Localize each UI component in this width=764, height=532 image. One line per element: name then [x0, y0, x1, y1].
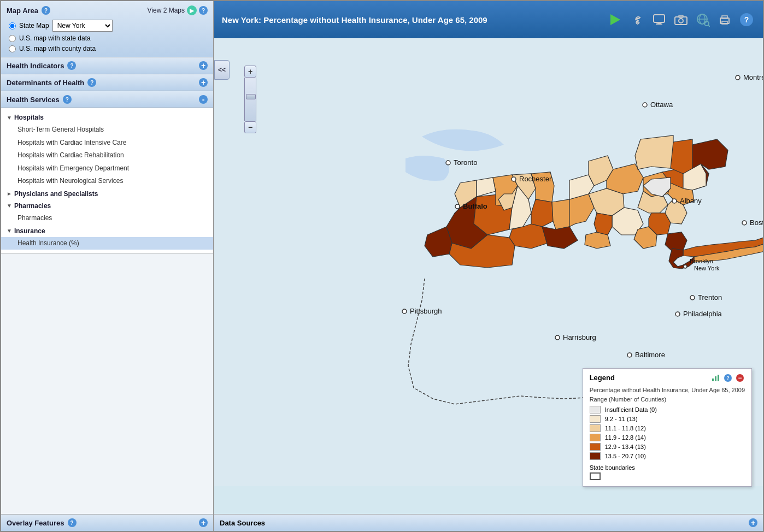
map-toolbar: New York: Percentage without Health Insu…: [214, 1, 763, 38]
legend-help-btn[interactable]: ?: [723, 373, 733, 383]
usmap-county-row: U.S. map with county data: [9, 45, 208, 52]
health-insurance-item[interactable]: Health Insurance (%): [1, 237, 213, 250]
legend-label-4: 12.9 - 13.4 (13): [605, 444, 646, 450]
overlay-features-expand[interactable]: +: [199, 518, 208, 527]
city-label-pittsburgh: Pittsburgh: [410, 307, 442, 315]
hospitals-parent[interactable]: ▼ Hospitals: [1, 111, 213, 123]
legend-label-3: 11.9 - 12.8 (14): [605, 434, 646, 441]
pharmacies-parent[interactable]: ▼ Pharmacies: [1, 200, 213, 212]
state-map-radio[interactable]: [9, 22, 16, 29]
city-label-rochester: Rochester: [519, 175, 552, 183]
usmap-state-radio[interactable]: [9, 35, 16, 42]
play-btn[interactable]: [607, 11, 624, 28]
map-canvas[interactable]: << + −: [214, 38, 763, 514]
link-btn[interactable]: [628, 11, 646, 28]
city-dot-montreal: [736, 75, 740, 80]
usmap-state-label: U.S. map with state data: [19, 34, 91, 42]
view-2-maps-question[interactable]: ?: [199, 6, 208, 15]
city-dot-rochester: [512, 177, 516, 181]
data-sources-expand[interactable]: +: [749, 518, 757, 527]
map-title: New York: Percentage without Health Insu…: [222, 14, 487, 26]
determinants-expand[interactable]: +: [199, 78, 208, 87]
physicians-parent[interactable]: ► Physicians and Specialists: [1, 188, 213, 200]
city-label-buffalo: Buffalo: [463, 202, 487, 210]
legend-color-4: [590, 443, 601, 451]
legend-color-insufficient: [590, 406, 601, 413]
chart-icon: [712, 374, 720, 382]
svg-rect-3: [656, 23, 662, 25]
cardiac-intensive-item[interactable]: Hospitals with Cardiac Intensive Care: [1, 137, 213, 150]
city-label-montreal: Montreal: [743, 73, 763, 81]
monitor-icon: [653, 14, 666, 26]
svg-rect-18: [718, 375, 719, 381]
svg-rect-16: [712, 379, 714, 381]
hospitals-arrow: ▼: [7, 115, 12, 121]
data-sources-label: Data Sources: [220, 519, 265, 527]
state-dropdown[interactable]: New York: [52, 20, 113, 32]
health-services-question[interactable]: ?: [63, 95, 72, 104]
health-services-collapse[interactable]: -: [199, 95, 208, 104]
city-dot-philadelphia: [675, 312, 680, 316]
search-globe-btn[interactable]: [694, 11, 712, 28]
cardiac-rehab-item[interactable]: Hospitals with Cardiac Rehabilitation: [1, 149, 213, 162]
legend-collapse-btn[interactable]: −: [735, 373, 745, 383]
city-label-harrisburg: Harrisburg: [563, 333, 596, 341]
health-indicators-section: Health Indicators ? +: [1, 57, 213, 74]
legend-range-title: Range (Number of Counties): [590, 396, 745, 403]
legend-label-2: 11.1 - 11.8 (12): [605, 425, 646, 431]
zoom-controls: + −: [244, 66, 256, 133]
help-btn[interactable]: ?: [738, 11, 755, 28]
svg-line-11: [708, 25, 710, 27]
city-dot-albany: [672, 199, 677, 203]
hospitals-group: ▼ Hospitals Short-Term General Hospitals…: [1, 111, 213, 188]
health-indicators-question[interactable]: ?: [67, 61, 76, 70]
map-area-section: Map Area ? View 2 Maps ▶ ? State Map New…: [1, 1, 213, 57]
view-2-maps-label: View 2 Maps: [148, 7, 185, 14]
neurological-label: Hospitals with Neurological Services: [17, 177, 123, 185]
determinants-title: Determinants of Health: [7, 79, 84, 87]
svg-rect-13: [722, 16, 727, 19]
emergency-dept-label: Hospitals with Emergency Department: [17, 164, 129, 172]
help-icon: ?: [740, 13, 753, 26]
overlay-features-question[interactable]: ?: [68, 518, 77, 527]
legend-label-5: 13.5 - 20.7 (10): [605, 453, 646, 459]
print-btn[interactable]: [716, 11, 733, 28]
map-footer: Data Sources +: [214, 514, 763, 531]
health-services-header: Health Services ? -: [1, 91, 213, 108]
pharmacies-child-label: Pharmacies: [17, 214, 52, 222]
health-indicators-expand[interactable]: +: [199, 61, 208, 70]
physicians-group: ► Physicians and Specialists: [1, 188, 213, 200]
legend-item-1: 9.2 - 11 (13): [590, 415, 745, 423]
map-area-question[interactable]: ?: [42, 6, 50, 15]
emergency-dept-item[interactable]: Hospitals with Emergency Department: [1, 162, 213, 175]
map-area-title: Map Area: [7, 7, 38, 15]
monitor-btn[interactable]: [650, 11, 668, 28]
legend-item-3: 11.9 - 12.8 (14): [590, 434, 745, 441]
zoom-slider[interactable]: [244, 78, 256, 121]
insurance-parent[interactable]: ▼ Insurance: [1, 225, 213, 237]
legend-item-2: 11.1 - 11.8 (12): [590, 424, 745, 432]
city-label-baltimore: Baltimore: [635, 351, 665, 359]
insurance-group: ▼ Insurance Health Insurance (%): [1, 225, 213, 250]
legend-header: Legend ? −: [590, 373, 745, 383]
short-term-hospitals-item[interactable]: Short-Term General Hospitals: [1, 123, 213, 137]
determinants-question[interactable]: ?: [87, 78, 96, 87]
view-2-maps-icon: ▶: [187, 5, 197, 15]
city-dot-baltimore: [627, 353, 632, 357]
health-insurance-label: Health Insurance (%): [17, 239, 79, 247]
short-term-hospitals-label: Short-Term General Hospitals: [17, 126, 104, 133]
cardiac-intensive-label: Hospitals with Cardiac Intensive Care: [17, 139, 126, 146]
view-2-maps-btn[interactable]: View 2 Maps ▶ ?: [148, 5, 208, 15]
usmap-county-radio[interactable]: [9, 45, 16, 52]
pharmacies-child-item[interactable]: Pharmacies: [1, 212, 213, 225]
neurological-item[interactable]: Hospitals with Neurological Services: [1, 175, 213, 188]
legend-label-1: 9.2 - 11 (13): [605, 416, 638, 422]
back-button[interactable]: <<: [214, 60, 230, 80]
camera-btn[interactable]: [672, 11, 690, 28]
zoom-in-btn[interactable]: +: [244, 66, 256, 78]
search-globe-icon: [696, 13, 710, 27]
city-dot-harrisburg: [555, 335, 560, 340]
legend-chart-btn[interactable]: [711, 373, 721, 383]
legend-label-insufficient: Insufficient Data (0): [605, 406, 657, 413]
zoom-out-btn[interactable]: −: [244, 121, 256, 133]
